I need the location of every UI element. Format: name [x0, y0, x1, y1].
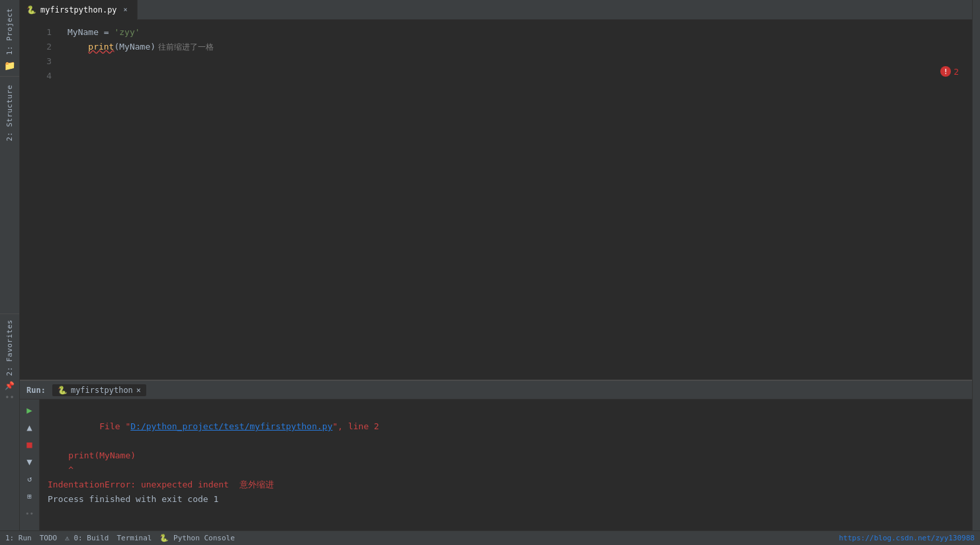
folder-icon[interactable]: 📁: [4, 60, 15, 71]
pin-output-button[interactable]: ⊞: [22, 488, 38, 504]
bottom-bar: 1: Run TODO ⚠ 0: Build Terminal 🐍 Python…: [20, 530, 972, 545]
right-sidebar: [972, 0, 980, 545]
favorites-label[interactable]: 2: Favorites: [5, 317, 14, 378]
error-badge: ! 2: [940, 66, 959, 77]
bottom-left-items: 1: Run TODO ⚠ 0: Build Terminal 🐍 Python…: [20, 534, 235, 542]
structure-label[interactable]: 2: Structure: [5, 82, 14, 144]
run-tab-name: myfirstpython: [71, 386, 133, 395]
output-line-3: ^: [48, 463, 964, 478]
run-controls: ▶ ▲ ■ ▼ ↺ ⊞ ••: [20, 399, 40, 545]
more-icon[interactable]: ••: [5, 393, 14, 402]
rerun-button[interactable]: ↺: [22, 471, 38, 487]
bottom-todo-item[interactable]: TODO: [40, 534, 58, 542]
run-tab-close[interactable]: ×: [136, 386, 141, 395]
code-line-2: print ( MyName ) 往前缩进了一格: [67, 40, 964, 54]
code-line-4: [67, 69, 964, 83]
code-string: 'zyy': [114, 25, 140, 40]
editor-area[interactable]: 1 2 3 4 MyName = 'zyy' print ( MyName ) …: [20, 20, 972, 380]
run-label: Run:: [26, 386, 46, 395]
tab-bar: 🐍 myfirstpython.py ×: [20, 0, 972, 20]
python-file-icon: 🐍: [26, 5, 36, 15]
structure-section[interactable]: 2: Structure: [0, 77, 19, 314]
tab-close-button[interactable]: ×: [121, 5, 130, 15]
project-section[interactable]: 1: Project 📁: [0, 0, 19, 77]
main-content: 🐍 myfirstpython.py × 1 2 3 4 MyName = 'z…: [20, 0, 972, 545]
bottom-terminal-item[interactable]: Terminal: [116, 534, 152, 542]
run-panel: Run: 🐍 myfirstpython × ▶ ▲ ■ ▼ ↺ ⊞ ••: [20, 380, 972, 545]
annotation-line2: 往前缩进了一格: [158, 40, 214, 54]
error-icon: !: [940, 66, 951, 77]
bottom-python-console-item[interactable]: 🐍 Python Console: [159, 534, 234, 542]
run-tab-python-icon: 🐍: [58, 386, 67, 395]
output-line-5: IndentationError: unexpected indent 意外缩进: [48, 478, 964, 492]
left-sidebar: 1: Project 📁 2: Structure 2: Favorites 📌…: [0, 0, 20, 545]
project-label[interactable]: 1: Project: [5, 5, 14, 58]
bottom-run-item[interactable]: 1: Run: [20, 534, 32, 542]
output-line-7: Process finished with exit code 1: [48, 492, 964, 507]
tab-filename: myfirstpython.py: [40, 5, 117, 15]
run-panel-body: ▶ ▲ ■ ▼ ↺ ⊞ •• File "D:/python_project/t…: [20, 399, 972, 545]
more-output-button[interactable]: ••: [22, 505, 38, 521]
scroll-up-button[interactable]: ▲: [22, 419, 38, 435]
code-func: print: [88, 40, 114, 54]
run-button[interactable]: ▶: [22, 402, 38, 418]
code-line-3: [67, 54, 964, 69]
bottom-build-item[interactable]: ⚠ 0: Build: [65, 534, 109, 542]
line-numbers: 1 2 3 4: [20, 20, 60, 380]
editor-tab[interactable]: 🐍 myfirstpython.py ×: [20, 0, 138, 20]
stop-button[interactable]: ■: [22, 437, 38, 452]
bottom-link[interactable]: https://blog.csdn.net/zyy130988: [839, 534, 972, 542]
file-link[interactable]: D:/python_project/test/myfirstpython.py: [130, 421, 332, 431]
run-output[interactable]: File "D:/python_project/test/myfirstpyth…: [40, 399, 972, 545]
output-line-2: print(MyName): [48, 448, 964, 463]
favorites-section[interactable]: 2: Favorites 📌 ••: [5, 314, 15, 545]
run-panel-header: Run: 🐍 myfirstpython ×: [20, 381, 972, 399]
scroll-down-button[interactable]: ▼: [22, 454, 38, 470]
output-line-1: File "D:/python_project/test/myfirstpyth…: [48, 405, 964, 448]
code-editor[interactable]: MyName = 'zyy' print ( MyName ) 往前缩进了一格: [60, 20, 972, 380]
code-var: MyName: [67, 25, 99, 40]
code-line-1: MyName = 'zyy': [67, 25, 964, 40]
error-count: 2: [954, 67, 959, 77]
run-tab[interactable]: 🐍 myfirstpython ×: [52, 384, 146, 396]
pin-icon: 📌: [5, 381, 15, 390]
